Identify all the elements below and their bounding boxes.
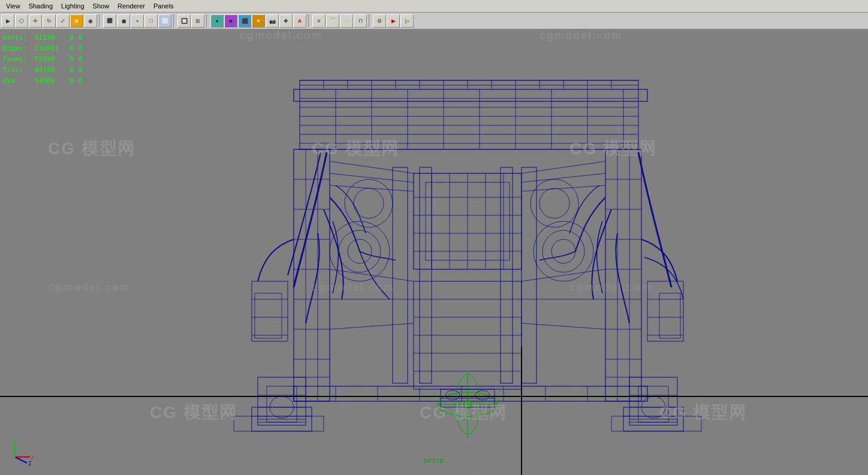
svg-rect-135 xyxy=(252,407,312,431)
ipr-render-btn[interactable]: ▷ xyxy=(400,14,414,28)
svg-line-148 xyxy=(522,185,605,191)
svg-line-149 xyxy=(330,269,414,281)
svg-line-15 xyxy=(653,347,857,475)
xray-btn[interactable]: ⬜ xyxy=(158,14,171,28)
texture-btn[interactable]: 🔲 xyxy=(177,14,191,28)
locator-btn[interactable]: ✚ xyxy=(279,14,293,28)
svg-line-144 xyxy=(330,173,414,182)
svg-point-96 xyxy=(354,188,384,218)
svg-line-13 xyxy=(614,347,761,475)
annotation-btn[interactable]: A xyxy=(293,14,306,28)
menu-shading[interactable]: Shading xyxy=(25,1,56,11)
svg-line-0 xyxy=(138,347,390,475)
svg-rect-107 xyxy=(426,182,510,260)
ground-grid xyxy=(0,29,868,475)
watermark-3: CG 模型网 xyxy=(312,137,399,160)
faces-stat: Faces: 59498 0 0 xyxy=(3,54,82,65)
render-btn[interactable]: ▶ xyxy=(387,14,400,28)
svg-rect-136 xyxy=(234,416,324,431)
menu-panels[interactable]: Panels xyxy=(150,1,177,11)
faces-label: Faces: xyxy=(3,54,30,65)
menu-lighting[interactable]: Lighting xyxy=(58,1,88,11)
soft-select-btn[interactable]: ◉ xyxy=(84,14,97,28)
menu-renderer[interactable]: Renderer xyxy=(114,1,149,11)
snap-grid-btn[interactable]: # xyxy=(312,14,326,28)
watermark-6: cgmodel.com xyxy=(569,281,652,294)
uvs-b: 0 xyxy=(79,76,83,86)
svg-point-101 xyxy=(540,188,569,218)
svg-rect-62 xyxy=(294,149,330,401)
tris-value: 94180 xyxy=(35,65,65,76)
tris-b: 0 xyxy=(79,65,83,76)
lasso-tool-btn[interactable]: ⬡ xyxy=(15,14,28,28)
svg-rect-156 xyxy=(659,293,680,338)
svg-point-173 xyxy=(475,390,490,400)
svg-text:X: X xyxy=(31,455,33,461)
svg-text:Y: Y xyxy=(12,439,16,443)
svg-line-145 xyxy=(330,185,414,191)
svg-rect-160 xyxy=(252,281,288,341)
svg-point-172 xyxy=(445,390,460,400)
toolbar: ▶ ⬡ ✛ ↻ ⤢ ⊕ ◉ ⬛ ◼ ▪ □ ⬜ 🔲 ⊞ ● ■ ⬛ ☀ 📷 ✚ … xyxy=(0,13,868,29)
verts-b: 0 xyxy=(79,32,83,43)
cube-btn[interactable]: ■ xyxy=(224,14,237,28)
wireframe-btn[interactable]: ⬛ xyxy=(103,14,116,28)
svg-point-99 xyxy=(551,239,575,263)
svg-rect-30 xyxy=(300,80,638,149)
sep1 xyxy=(99,14,101,28)
svg-rect-139 xyxy=(623,407,683,431)
svg-line-4 xyxy=(330,347,459,475)
wireframe-model xyxy=(0,29,868,475)
svg-line-5 xyxy=(378,347,474,475)
watermark-top-1: cgmodel.com xyxy=(240,29,323,42)
svg-rect-161 xyxy=(255,293,282,338)
render-settings-btn[interactable]: ⚙ xyxy=(373,14,386,28)
snap-curve-btn[interactable]: ⌒ xyxy=(326,14,339,28)
svg-rect-106 xyxy=(414,173,522,269)
svg-rect-102 xyxy=(393,167,408,383)
uv-btn[interactable]: ⊞ xyxy=(191,14,204,28)
svg-point-92 xyxy=(330,221,390,281)
scale-tool-btn[interactable]: ⤢ xyxy=(56,14,70,28)
sphere-btn[interactable]: ● xyxy=(210,14,224,28)
svg-line-176 xyxy=(15,457,27,463)
svg-line-11 xyxy=(575,347,665,475)
svg-rect-105 xyxy=(501,167,513,383)
camera-btn[interactable]: 📷 xyxy=(266,14,279,28)
svg-point-97 xyxy=(534,221,593,281)
svg-rect-129 xyxy=(629,377,677,425)
universal-manip-btn[interactable]: ⊕ xyxy=(70,14,83,28)
move-tool-btn[interactable]: ✛ xyxy=(29,14,42,28)
svg-line-17 xyxy=(42,347,354,475)
svg-line-16 xyxy=(90,347,372,475)
verts-stat: Verts: 51230 0 0 xyxy=(3,32,82,43)
cylinder-btn[interactable]: ⬛ xyxy=(238,14,251,28)
snap-surface-btn[interactable]: ⊓ xyxy=(354,14,367,28)
edges-stat: Edges: 110001 0 0 xyxy=(3,43,82,54)
faces-a: 0 xyxy=(70,54,74,65)
svg-marker-169 xyxy=(463,399,472,409)
watermark-4: cgmodel.com xyxy=(312,281,394,294)
svg-line-9 xyxy=(540,347,569,475)
tris-stat: Tris: 94180 0 0 xyxy=(3,65,82,76)
svg-line-12 xyxy=(596,347,713,475)
uvs-stat: UVs: 54005 0 0 xyxy=(3,76,82,86)
bounding-box-btn[interactable]: □ xyxy=(144,14,158,28)
faces-b: 0 xyxy=(79,54,83,65)
smooth-shade-btn[interactable]: ◼ xyxy=(117,14,130,28)
select-tool-btn[interactable]: ▶ xyxy=(1,14,14,28)
svg-point-98 xyxy=(542,230,584,272)
snap-point-btn[interactable]: · xyxy=(340,14,353,28)
svg-line-143 xyxy=(330,161,414,173)
svg-line-1 xyxy=(186,347,408,475)
flat-shade-btn[interactable]: ▪ xyxy=(131,14,144,28)
svg-line-10 xyxy=(557,347,617,475)
svg-rect-103 xyxy=(522,167,537,383)
menu-view[interactable]: View xyxy=(2,1,24,11)
rotate-tool-btn[interactable]: ↻ xyxy=(43,14,56,28)
viewport[interactable]: Verts: 51230 0 0 Edges: 110001 0 0 Faces… xyxy=(0,29,868,475)
tris-label: Tris: xyxy=(3,65,30,76)
svg-rect-29 xyxy=(294,89,647,101)
light-btn[interactable]: ☀ xyxy=(252,14,265,28)
menu-show[interactable]: Show xyxy=(89,1,113,11)
